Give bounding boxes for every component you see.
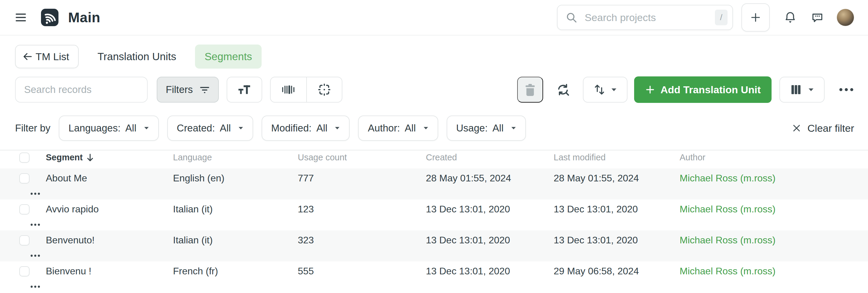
language-cell: French (fr) xyxy=(173,266,298,277)
usage-count-cell: 323 xyxy=(298,235,426,246)
sort-descending-icon xyxy=(86,153,94,162)
row-actions-icon[interactable] xyxy=(30,223,46,226)
app-logo-icon[interactable] xyxy=(41,9,59,26)
add-translation-unit-button[interactable]: Add Translation Unit xyxy=(634,76,772,103)
segment-cell: Bienvenu ! xyxy=(46,266,173,277)
chevron-down-icon xyxy=(808,88,814,92)
author-link[interactable]: Michael Ross (m.ross) xyxy=(680,173,818,184)
last-modified-cell: 13 Dec 13:01, 2020 xyxy=(554,235,680,246)
user-avatar[interactable] xyxy=(837,9,854,26)
page-title: Main xyxy=(68,9,100,26)
segments-table: Segment Language Usage count Created Las… xyxy=(0,150,868,292)
filter-modified-dropdown[interactable]: Modified: All xyxy=(261,115,350,141)
column-header-label: Segment xyxy=(46,152,83,162)
filter-value: All xyxy=(493,122,504,134)
chevron-down-icon xyxy=(611,88,617,92)
filter-languages-dropdown[interactable]: Languages: All xyxy=(59,115,158,141)
row-checkbox[interactable] xyxy=(19,266,30,277)
tab-translation-units[interactable]: Translation Units xyxy=(97,50,176,63)
filter-value: All xyxy=(125,122,136,134)
filter-label: Languages: xyxy=(68,122,121,134)
topbar: Main / xyxy=(0,0,868,36)
filter-created-dropdown[interactable]: Created: All xyxy=(167,115,253,141)
created-cell: 28 May 01:55, 2024 xyxy=(426,173,554,184)
author-link[interactable]: Michael Ross (m.ross) xyxy=(680,266,818,277)
sort-arrows-icon xyxy=(593,83,606,96)
language-cell: Italian (it) xyxy=(173,204,298,215)
language-cell: English (en) xyxy=(173,173,298,184)
row-checkbox[interactable] xyxy=(19,173,30,183)
row-actions-icon[interactable] xyxy=(30,285,46,288)
filters-button[interactable]: Filters xyxy=(157,77,219,103)
notifications-bell-icon[interactable] xyxy=(784,11,797,24)
columns-visibility-button[interactable] xyxy=(779,77,825,103)
project-search-input[interactable] xyxy=(585,12,715,24)
chevron-down-icon xyxy=(335,126,340,130)
table-row[interactable]: Bienvenu ! French (fr) 555 13 Dec 13:01,… xyxy=(0,261,868,292)
back-button-label: TM List xyxy=(36,51,69,63)
close-icon xyxy=(792,123,801,133)
keyboard-shortcut-badge: / xyxy=(715,10,727,25)
chevron-down-icon xyxy=(238,126,244,130)
table-row[interactable]: About Me English (en) 777 28 May 01:55, … xyxy=(0,169,868,199)
usage-count-cell: 123 xyxy=(298,204,426,215)
column-header-last-modified[interactable]: Last modified xyxy=(554,152,680,162)
refresh-icon[interactable] xyxy=(556,82,570,97)
project-search-box[interactable]: / xyxy=(557,5,733,30)
feedback-chat-icon[interactable] xyxy=(811,11,824,24)
sort-order-button[interactable] xyxy=(583,77,627,103)
select-all-checkbox[interactable] xyxy=(19,152,30,163)
text-case-button[interactable] xyxy=(227,77,262,103)
segment-cell: About Me xyxy=(46,173,173,184)
segments-toolbar: Filters xyxy=(15,76,854,103)
table-body: About Me English (en) 777 28 May 01:55, … xyxy=(0,169,868,292)
author-link[interactable]: Michael Ross (m.ross) xyxy=(680,204,818,215)
row-checkbox[interactable] xyxy=(19,235,30,246)
column-header-created[interactable]: Created xyxy=(426,152,554,162)
view-mode-button-group xyxy=(270,77,342,103)
segment-cell: Benvenuto! xyxy=(46,235,173,246)
language-cell: Italian (it) xyxy=(173,235,298,246)
menu-icon[interactable] xyxy=(15,12,28,23)
filter-label: Modified: xyxy=(271,122,312,134)
row-actions-icon[interactable] xyxy=(30,192,46,195)
filter-author-dropdown[interactable]: Author: All xyxy=(358,115,438,141)
records-search-input[interactable] xyxy=(15,77,148,103)
more-options-icon[interactable] xyxy=(838,87,854,92)
column-header-segment[interactable]: Segment xyxy=(46,152,173,162)
last-modified-cell: 28 May 01:55, 2024 xyxy=(554,173,680,184)
created-cell: 13 Dec 13:01, 2020 xyxy=(426,266,554,277)
created-cell: 13 Dec 13:01, 2020 xyxy=(426,204,554,215)
column-header-language[interactable]: Language xyxy=(173,152,298,162)
delete-selected-button[interactable] xyxy=(517,77,543,103)
chevron-down-icon xyxy=(423,126,429,130)
chevron-down-icon xyxy=(144,126,149,130)
arrow-left-icon xyxy=(22,51,33,62)
create-project-button[interactable] xyxy=(741,3,770,32)
row-checkbox[interactable] xyxy=(19,204,30,215)
created-cell: 13 Dec 13:01, 2020 xyxy=(426,235,554,246)
add-button-label: Add Translation Unit xyxy=(661,84,761,96)
clear-filter-label: Clear filter xyxy=(807,122,854,134)
table-row[interactable]: Benvenuto! Italian (it) 323 13 Dec 13:01… xyxy=(0,230,868,261)
tm-nav: TM List Translation Units Segments xyxy=(15,44,853,69)
row-actions-icon[interactable] xyxy=(30,254,46,257)
tab-segments[interactable]: Segments xyxy=(195,44,262,69)
barcode-view-button[interactable] xyxy=(271,77,306,102)
column-header-usage-count[interactable]: Usage count xyxy=(298,152,426,162)
filter-bar: Filter by Languages: All Created: All Mo… xyxy=(15,115,854,141)
usage-count-cell: 555 xyxy=(298,266,426,277)
clear-filter-button[interactable]: Clear filter xyxy=(792,122,854,134)
filter-value: All xyxy=(220,122,231,134)
text-size-icon xyxy=(238,84,251,95)
table-row[interactable]: Avvio rapido Italian (it) 123 13 Dec 13:… xyxy=(0,199,868,230)
author-link[interactable]: Michael Ross (m.ross) xyxy=(680,235,818,246)
column-header-author[interactable]: Author xyxy=(680,152,818,162)
plus-icon xyxy=(645,84,655,95)
frame-view-button[interactable] xyxy=(306,77,342,102)
usage-count-cell: 777 xyxy=(298,173,426,184)
filter-usage-dropdown[interactable]: Usage: All xyxy=(447,115,526,141)
back-to-tm-list-button[interactable]: TM List xyxy=(15,45,79,68)
last-modified-cell: 13 Dec 13:01, 2020 xyxy=(554,204,680,215)
filter-by-label: Filter by xyxy=(15,122,50,134)
